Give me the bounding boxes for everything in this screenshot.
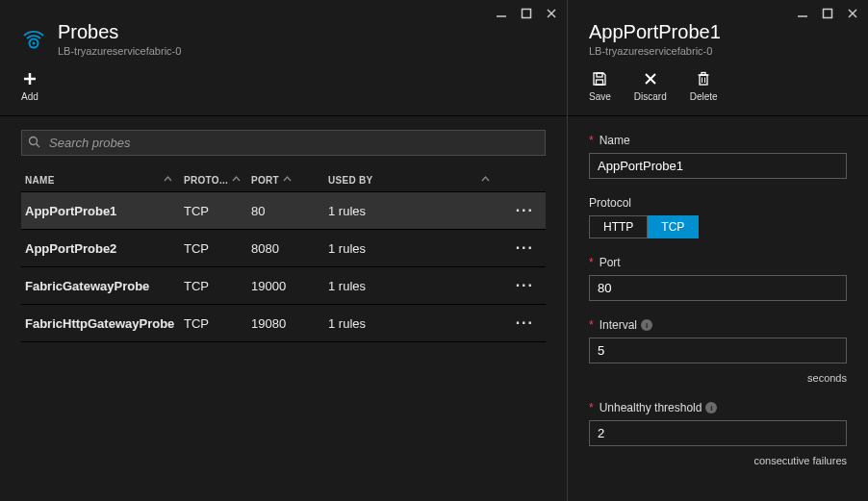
form-body: *Name Protocol HTTP TCP *Port *Intervali… [568, 116, 868, 484]
save-button[interactable]: Save [589, 70, 611, 102]
row-actions-icon[interactable]: ··· [501, 202, 540, 219]
col-port-label: PORT [251, 175, 279, 186]
delete-button[interactable]: Delete [690, 70, 718, 102]
svg-rect-11 [824, 10, 832, 18]
probes-icon [21, 27, 46, 52]
protocol-tcp-button[interactable]: TCP [648, 215, 699, 238]
cell-usedby: 1 rules [328, 279, 501, 293]
row-actions-icon[interactable]: ··· [501, 239, 540, 257]
threshold-label: *Unhealthy thresholdi [589, 401, 847, 414]
form-group-port: *Port [589, 256, 847, 301]
form-group-threshold: *Unhealthy thresholdi consecutive failur… [589, 401, 847, 466]
page-title: Probes [58, 21, 181, 43]
discard-icon [642, 70, 659, 88]
cell-port: 19000 [251, 279, 328, 293]
page-subtitle: LB-tryazureservicefabric-0 [58, 45, 181, 57]
row-actions-icon[interactable]: ··· [501, 314, 540, 332]
cell-protocol: TCP [184, 279, 251, 293]
port-input[interactable] [589, 275, 847, 301]
close-icon[interactable] [847, 8, 858, 19]
plus-icon [21, 70, 38, 88]
col-port[interactable]: PORT [251, 175, 328, 186]
svg-rect-20 [702, 73, 705, 76]
sort-caret-icon [283, 175, 292, 186]
cell-name: AppPortProbe1 [25, 204, 184, 218]
col-protocol-label: PROTO... [184, 175, 228, 186]
col-usedby-label: USED BY [328, 175, 373, 186]
list-body: NAME PROTO... PORT [0, 116, 567, 356]
cell-usedby: 1 rules [328, 241, 501, 256]
probes-table: NAME PROTO... PORT [21, 169, 546, 342]
cell-name: FabricHttpGatewayProbe [25, 316, 184, 331]
svg-rect-14 [597, 73, 602, 77]
cell-usedby: 1 rules [328, 204, 501, 218]
protocol-label: Protocol [589, 196, 847, 210]
cell-name: AppPortProbe2 [25, 241, 184, 256]
svg-rect-1 [523, 10, 531, 18]
window-controls-right [797, 8, 858, 19]
svg-line-9 [37, 143, 40, 147]
sort-caret-icon [232, 175, 241, 186]
search-box [21, 130, 546, 156]
name-input[interactable] [589, 153, 847, 179]
cell-protocol: TCP [184, 241, 251, 256]
sort-caret-icon [164, 175, 172, 186]
form-group-interval: *Intervali seconds [589, 318, 847, 384]
window-controls-left [496, 8, 557, 19]
panel-header-left: Probes LB-tryazureservicefabric-0 [0, 0, 567, 57]
name-label: *Name [589, 134, 847, 147]
form-group-name: *Name [589, 134, 847, 179]
cell-protocol: TCP [184, 316, 251, 331]
threshold-helper: consecutive failures [589, 455, 847, 466]
table-row[interactable]: FabricGatewayProbeTCP190001 rules··· [21, 267, 546, 305]
maximize-icon[interactable] [822, 8, 833, 19]
interval-helper: seconds [589, 372, 847, 384]
table-header: NAME PROTO... PORT [21, 169, 546, 192]
interval-input[interactable] [589, 338, 847, 363]
svg-rect-15 [597, 80, 603, 85]
col-protocol[interactable]: PROTO... [184, 175, 251, 186]
save-icon [591, 70, 608, 88]
col-usedby[interactable]: USED BY [328, 175, 501, 186]
col-name[interactable]: NAME [25, 175, 184, 186]
add-button[interactable]: Add [21, 70, 38, 102]
delete-label: Delete [690, 91, 718, 102]
cell-name: FabricGatewayProbe [25, 279, 184, 293]
table-row[interactable]: AppPortProbe2TCP80801 rules··· [21, 230, 546, 267]
add-label: Add [21, 91, 38, 102]
close-icon[interactable] [546, 8, 557, 19]
cell-port: 19080 [251, 316, 328, 331]
form-group-protocol: Protocol HTTP TCP [589, 196, 847, 238]
minimize-icon[interactable] [797, 8, 808, 19]
info-icon[interactable]: i [641, 319, 652, 331]
table-row[interactable]: AppPortProbe1TCP801 rules··· [21, 192, 546, 230]
save-label: Save [589, 91, 611, 102]
col-name-label: NAME [25, 175, 55, 186]
probe-detail-panel: AppPortProbe1 LB-tryazureservicefabric-0… [568, 0, 868, 501]
discard-label: Discard [634, 91, 667, 102]
detail-subtitle: LB-tryazureservicefabric-0 [589, 45, 847, 57]
delete-icon [695, 70, 712, 88]
table-row[interactable]: FabricHttpGatewayProbeTCP190801 rules··· [21, 305, 546, 342]
search-input[interactable] [21, 130, 546, 156]
discard-button[interactable]: Discard [634, 70, 667, 102]
threshold-input[interactable] [589, 420, 847, 446]
cell-port: 80 [251, 204, 328, 218]
protocol-toggle: HTTP TCP [589, 215, 699, 238]
cell-port: 8080 [251, 241, 328, 256]
minimize-icon[interactable] [496, 8, 507, 19]
protocol-http-button[interactable]: HTTP [589, 215, 648, 238]
toolbar-left: Add [0, 57, 567, 116]
detail-title: AppPortProbe1 [589, 21, 847, 43]
maximize-icon[interactable] [521, 8, 532, 19]
search-icon [28, 135, 40, 152]
svg-point-5 [33, 41, 36, 44]
info-icon[interactable]: i [705, 402, 717, 413]
toolbar-right: Save Discard Delete [568, 57, 868, 116]
interval-label: *Intervali [589, 318, 847, 332]
probes-list-panel: Probes LB-tryazureservicefabric-0 Add NA… [0, 0, 568, 501]
row-actions-icon[interactable]: ··· [501, 277, 540, 294]
cell-protocol: TCP [184, 204, 251, 218]
svg-point-8 [30, 137, 38, 144]
port-label: *Port [589, 256, 847, 269]
